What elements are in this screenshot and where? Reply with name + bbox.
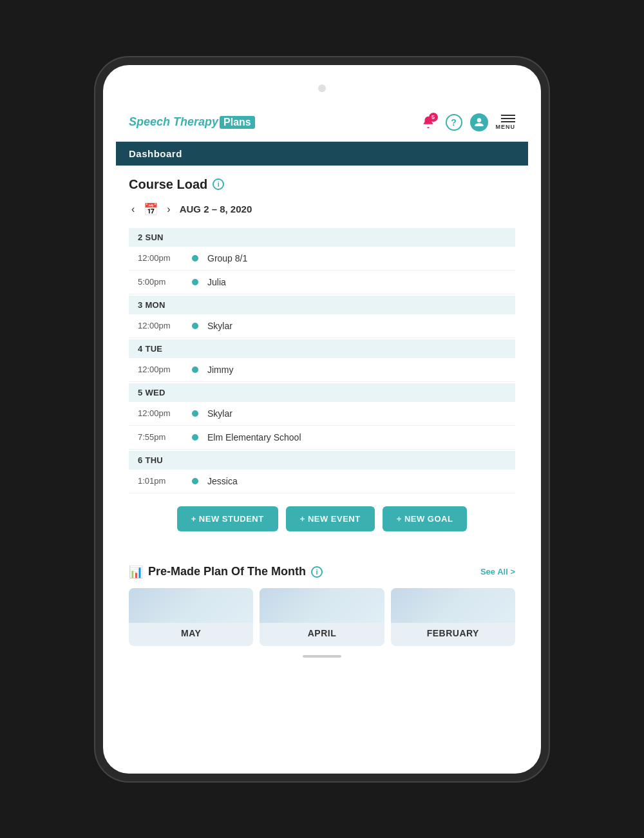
event-name: Elm Elementary School [207, 432, 301, 443]
dashboard-bar: Dashboard [116, 142, 528, 166]
date-range: AUG 2 – 8, 2020 [180, 204, 252, 214]
event-name: Julia [207, 277, 226, 287]
course-load-info-icon[interactable]: i [213, 178, 224, 190]
calendar-icon[interactable]: 📅 [144, 202, 158, 216]
month-card-may[interactable]: MAY [129, 588, 253, 646]
event-time: 12:00pm [138, 365, 183, 374]
tablet-camera [318, 84, 326, 92]
tablet-screen: Speech Therapy Plans 5 ? [116, 104, 528, 683]
event-dot [192, 410, 198, 417]
day-group-mon: 3 MON 12:00pm Skylar [129, 296, 515, 338]
logo-text: Speech Therapy [129, 115, 218, 129]
month-card-april[interactable]: APRIL [260, 588, 384, 646]
event-time: 12:00pm [138, 408, 183, 418]
event-dot [192, 367, 198, 373]
event-time: 1:01pm [138, 476, 183, 486]
new-student-button[interactable]: + NEW STUDENT [177, 506, 278, 531]
new-event-button[interactable]: + NEW EVENT [286, 506, 375, 531]
month-card-february[interactable]: FEBRUARY [391, 588, 515, 646]
event-name: Group 8/1 [207, 253, 247, 263]
event-dot [192, 279, 198, 285]
schedule-list: 2 SUN 12:00pm Group 8/1 5:00pm Julia [129, 228, 515, 493]
app-header: Speech Therapy Plans 5 ? [116, 104, 528, 142]
event-time: 5:00pm [138, 277, 183, 287]
event-row[interactable]: 12:00pm Jimmy [129, 358, 515, 382]
event-name: Skylar [207, 408, 232, 419]
prev-week-button[interactable]: ‹ [129, 201, 137, 218]
event-row[interactable]: 12:00pm Skylar [129, 402, 515, 426]
next-week-button[interactable]: › [164, 201, 173, 218]
menu-button[interactable]: MENU [496, 115, 516, 130]
day-header-tue: 4 TUE [129, 339, 515, 358]
day-header-mon: 3 MON [129, 296, 515, 314]
event-dot [192, 434, 198, 441]
day-group-tue: 4 TUE 12:00pm Jimmy [129, 339, 515, 382]
premade-header: 📊 Pre-Made Plan Of The Month i See All > [129, 565, 515, 579]
day-group-thu: 6 THU 1:01pm Jessica [129, 451, 515, 493]
help-icon[interactable]: ? [446, 114, 462, 131]
event-name: Jessica [207, 476, 238, 486]
notification-bell[interactable]: 5 [419, 113, 438, 132]
notification-badge: 5 [429, 113, 438, 122]
event-row[interactable]: 12:00pm Group 8/1 [129, 247, 515, 271]
event-row[interactable]: 7:55pm Elm Elementary School [129, 426, 515, 450]
event-time: 12:00pm [138, 253, 183, 263]
event-row[interactable]: 12:00pm Skylar [129, 314, 515, 338]
premade-icon: 📊 [129, 565, 143, 579]
calendar-nav: ‹ 📅 › AUG 2 – 8, 2020 [129, 201, 515, 218]
day-group-sun: 2 SUN 12:00pm Group 8/1 5:00pm Julia [129, 228, 515, 294]
action-buttons: + NEW STUDENT + NEW EVENT + NEW GOAL [129, 495, 515, 543]
event-name: Jimmy [207, 365, 233, 375]
day-group-wed: 5 WED 12:00pm Skylar 7:55pm Elm Elementa… [129, 383, 515, 450]
home-indicator [303, 655, 341, 658]
month-cards: MAY APRIL FEBRUARY [129, 588, 515, 646]
main-content: Course Load i ‹ 📅 › AUG 2 – 8, 2020 2 SU… [116, 166, 528, 555]
day-header-thu: 6 THU [129, 451, 515, 470]
header-icons: 5 ? MENU [419, 113, 516, 132]
event-dot [192, 323, 198, 329]
user-avatar[interactable] [470, 113, 488, 131]
new-goal-button[interactable]: + NEW GOAL [383, 506, 468, 531]
day-header-sun: 2 SUN [129, 228, 515, 247]
app-logo: Speech Therapy Plans [129, 115, 255, 129]
see-all-link[interactable]: See All > [480, 567, 515, 576]
tablet-frame: Speech Therapy Plans 5 ? [103, 65, 541, 774]
event-name: Skylar [207, 321, 232, 331]
premade-plan-section: 📊 Pre-Made Plan Of The Month i See All >… [116, 555, 528, 646]
logo-highlight: Plans [220, 116, 255, 129]
premade-title: 📊 Pre-Made Plan Of The Month i [129, 565, 323, 579]
premade-info-icon[interactable]: i [311, 566, 323, 578]
event-dot [192, 478, 198, 484]
day-header-wed: 5 WED [129, 383, 515, 402]
event-row[interactable]: 5:00pm Julia [129, 271, 515, 294]
course-load-title: Course Load i [129, 177, 515, 192]
event-row[interactable]: 1:01pm Jessica [129, 470, 515, 493]
event-dot [192, 255, 198, 262]
event-time: 12:00pm [138, 321, 183, 330]
event-time: 7:55pm [138, 432, 183, 442]
